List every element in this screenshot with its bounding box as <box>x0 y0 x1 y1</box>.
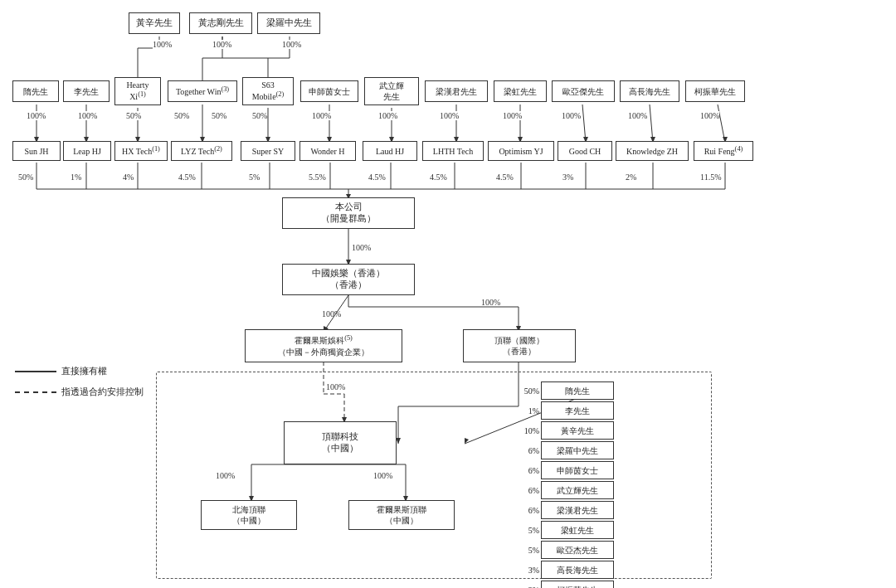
entity-knowledge-zh: Knowledge ZH <box>616 141 689 161</box>
pct-right-3: 10% <box>511 426 541 435</box>
pct-right-9: 5% <box>511 546 541 555</box>
entity-lhth-tech: LHTH Tech <box>422 141 484 161</box>
pct-l2-13: 100% <box>700 111 719 120</box>
svg-text:100%: 100% <box>352 243 371 252</box>
pct-l3-3: 4% <box>123 173 134 182</box>
pct-l3-8: 4.5% <box>430 173 447 182</box>
pct-l2-4: 50% <box>174 111 189 120</box>
right-person-4: 梁羅中先生 <box>541 441 614 459</box>
pct-right-5: 6% <box>511 466 541 475</box>
pct-right-6: 6% <box>511 486 541 495</box>
pct-l2-5: 50% <box>212 111 226 120</box>
right-person-3: 黃辛先生 <box>541 421 614 440</box>
svg-line-31 <box>650 104 653 143</box>
right-persons-list: 50% 隋先生 1% 李先生 10% 黃辛先生 6% 梁羅中先生 6% 申師茵女… <box>511 381 614 588</box>
right-person-1: 隋先生 <box>541 381 614 400</box>
pct-right-2: 1% <box>511 406 541 415</box>
pct-right-8: 5% <box>511 526 541 535</box>
pct-right-10: 3% <box>511 566 541 575</box>
entity-rui-feng: Rui Feng(4) <box>694 141 753 161</box>
right-person-10: 高長海先生 <box>541 561 614 579</box>
pct-l3-12: 11.5% <box>700 173 721 182</box>
entity-li: 李先生 <box>63 80 110 102</box>
entity-laud-hj: Laud HJ <box>363 141 417 161</box>
pct-right-7: 6% <box>511 506 541 515</box>
entity-leap-hj: Leap HJ <box>63 141 111 161</box>
pct-l3-6: 5.5% <box>309 173 326 182</box>
entity-together-win: Together Win(3) <box>168 80 237 102</box>
legend-direct-line <box>15 371 56 372</box>
entity-hearty-xi: HeartyXi(1) <box>114 77 161 105</box>
main-company: 本公司（開曼群島） <box>282 197 415 229</box>
right-person-9: 歐亞杰先生 <box>541 541 614 559</box>
vie-box <box>156 372 712 579</box>
right-person-5: 申師茵女士 <box>541 461 614 479</box>
entity-gao-chang: 高長海先生 <box>620 80 679 102</box>
entity-super-sy: Super SY <box>241 141 295 161</box>
pct-l2-1: 100% <box>27 111 46 120</box>
ding-lian-intl: 頂聯（國際）（香港） <box>463 329 576 362</box>
pct-l2-3: 50% <box>126 111 141 120</box>
huoer-entity: 霍爾果斯娛科(5)（中國－外商獨資企業） <box>245 329 402 362</box>
diagram-container: 100% 100% 100% 100% 100% 100 <box>0 0 896 588</box>
entity-hx-tech: HX Tech(1) <box>114 141 168 161</box>
right-person-2: 李先生 <box>541 401 614 420</box>
right-person-8: 梁虹先生 <box>541 521 614 539</box>
right-person-7: 梁漢君先生 <box>541 501 614 519</box>
pct-l2-2: 100% <box>78 111 97 120</box>
right-person-6: 武立輝先生 <box>541 481 614 499</box>
entity-s63: S63Mobile(2) <box>242 77 294 105</box>
pct-top-3: 100% <box>282 40 301 49</box>
pct-l3-1: 50% <box>18 173 33 182</box>
huoer-ding: 霍爾果斯頂聯（中國） <box>348 500 455 530</box>
pct-l3-9: 4.5% <box>496 173 514 182</box>
entity-ke-zhen: 柯振華先生 <box>685 80 745 102</box>
entity-ou-ya: 歐亞傑先生 <box>552 80 615 102</box>
pct-top-1: 100% <box>153 40 172 49</box>
pct-l3-7: 4.5% <box>368 173 386 182</box>
pct-l2-8: 100% <box>378 111 397 120</box>
pct-l3-10: 3% <box>562 173 573 182</box>
entity-liang-hong: 梁虹先生 <box>494 80 547 102</box>
pct-right-4: 6% <box>511 446 541 455</box>
svg-text:100%: 100% <box>481 298 500 307</box>
entity-lyz-tech: LYZ Tech(2) <box>171 141 232 161</box>
person-huang-zhi: 黃志剛先生 <box>189 12 252 34</box>
entity-shen-shi: 申師茵女士 <box>300 80 358 102</box>
person-huang-xin: 黃辛先生 <box>129 12 180 34</box>
pct-l2-9: 100% <box>440 111 459 120</box>
pct-l2-6: 50% <box>252 111 267 120</box>
pct-l3-4: 4.5% <box>178 173 196 182</box>
pct-l2-7: 100% <box>312 111 331 120</box>
entity-sun-jh: Sun JH <box>12 141 61 161</box>
pct-l3-2: 1% <box>71 173 81 182</box>
legend-direct-label: 直接擁有權 <box>61 365 107 377</box>
pct-l2-12: 100% <box>628 111 647 120</box>
pct-right-11: 2% <box>511 586 541 589</box>
pct-l3-11: 2% <box>626 173 636 182</box>
entity-liang-han: 梁漢君先生 <box>425 80 488 102</box>
pct-right-1: 50% <box>511 386 541 396</box>
legend: 直接擁有權 指透過合約安排控制 <box>15 365 144 406</box>
pct-l2-10: 100% <box>503 111 522 120</box>
person-liang-luo: 梁羅中先生 <box>257 12 320 34</box>
right-person-11: 柯振華先生 <box>541 581 614 588</box>
entity-optimism-yj: Optimism YJ <box>488 141 554 161</box>
entity-good-ch: Good CH <box>558 141 612 161</box>
entity-xie: 隋先生 <box>12 80 59 102</box>
svg-line-54 <box>324 295 348 332</box>
svg-line-33 <box>718 104 725 143</box>
legend-indirect-label: 指透過合約安排控制 <box>61 386 144 398</box>
svg-line-29 <box>582 104 586 143</box>
entity-wu-li: 武立輝先生 <box>364 77 419 105</box>
pct-top-2: 100% <box>212 40 231 49</box>
pct-l3-5: 5% <box>249 173 260 182</box>
ding-lian-tech: 頂聯科技（中國） <box>284 421 397 464</box>
bei-hai: 北海頂聯（中國） <box>201 500 297 530</box>
legend-indirect-line <box>15 391 56 393</box>
china-entertainment: 中國娛樂（香港）（香港） <box>282 264 415 295</box>
entity-wonder-h: Wonder H <box>299 141 356 161</box>
svg-text:100%: 100% <box>322 309 341 318</box>
pct-l2-11: 100% <box>562 111 581 120</box>
